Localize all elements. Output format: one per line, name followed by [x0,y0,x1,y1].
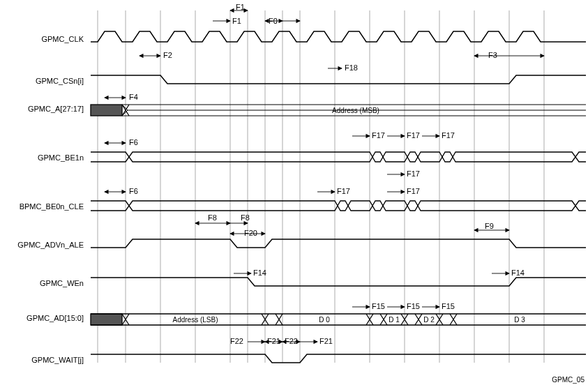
signal-label: GPMC_ADVn_ALE [17,241,84,249]
tlabel: F9 [485,222,494,230]
signal-label: GPMC_CSn[i] [36,77,84,85]
tlabel: F1 [232,17,241,25]
tlabel: F14 [253,269,266,277]
wave-wen [91,278,586,286]
tlabel: F18 [345,63,358,72]
signal-label: GPMC_BE1n [38,153,84,162]
signal-label: GPMC_AD[15:0] [27,314,84,322]
tlabel: F2 [163,51,172,59]
bus-label: D 3 [514,316,525,324]
tlabel: F22 [230,337,243,345]
tlabel: F20 [244,229,257,237]
wave-clk [91,31,586,42]
tlabel: F17 [407,187,420,195]
footer-label: GPMC_05 [552,376,585,384]
signal-label: GPMC_CLK [41,35,84,43]
signal-label: GPMC_WAIT[j] [31,356,84,364]
tlabel: F6 [129,138,138,146]
signal-label: GPMC_WEn [40,279,84,287]
wave-be1n [91,152,586,162]
signal-label: GPMC_A[27:17] [28,105,84,113]
tlabel: F22 [285,337,298,345]
wave-wait [91,354,586,363]
tlabel: F17 [407,169,420,178]
bus-label: D 1 [389,316,400,324]
svg-rect-16 [91,105,122,116]
tlabel: F8 [208,213,217,222]
bus-label: Address (LSB) [172,316,218,324]
svg-rect-17 [91,314,122,325]
signal-label: BPMC_BE0n_CLE [20,202,84,211]
tlabel: F21 [319,337,333,345]
tlabel: F15 [442,302,455,310]
tlabel: F4 [129,93,138,101]
tlabel: F14 [511,269,525,277]
tlabel: F17 [407,131,420,139]
tlabel: F0 [269,17,278,25]
tlabel: F8 [241,213,250,222]
tlabel: F17 [337,187,350,195]
wave-csn [91,75,586,84]
tlabel: F15 [407,302,420,310]
bus-label: Address (MSB) [332,107,379,114]
tlabel: F6 [129,187,138,195]
wave-advn [91,239,586,248]
tlabel: F17 [442,131,455,139]
wave-be0n [91,201,586,211]
bus-label: D 2 [423,316,435,324]
tlabel: F1 [236,3,245,11]
tlabel: F15 [372,302,385,310]
bus-label: D 0 [319,316,330,324]
wave-ad-bus [91,314,586,325]
tlabel: F17 [372,131,385,139]
tlabel: F3 [488,51,497,59]
tlabel: F21 [267,337,280,345]
